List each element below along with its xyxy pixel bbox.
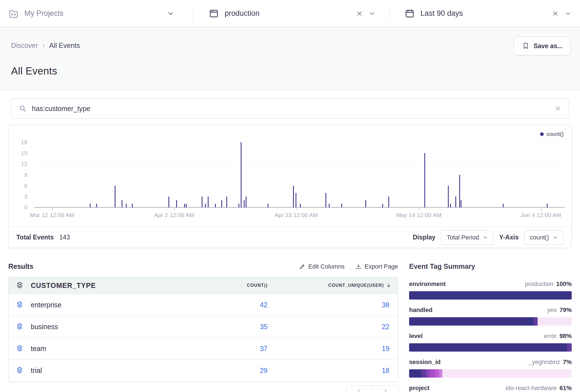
tag-name: environment xyxy=(409,280,446,288)
tag-percent: 98% xyxy=(560,332,572,340)
tag-bar-segment[interactable] xyxy=(442,369,572,378)
chart-gridline xyxy=(34,153,565,153)
column-header-customer-type[interactable]: CUSTOMER_TYPE xyxy=(31,282,176,290)
close-icon[interactable] xyxy=(356,10,363,17)
chevron-down-icon xyxy=(483,235,488,240)
chart-y-tick-label: 6 xyxy=(10,182,27,189)
display-label: Display xyxy=(413,234,435,241)
table-row[interactable]: team3719 xyxy=(9,337,398,359)
tag-distribution-bar[interactable] xyxy=(409,369,572,378)
tag-top-value: error xyxy=(544,332,557,340)
pagination xyxy=(346,385,399,392)
chart-bar xyxy=(329,204,330,207)
cell-count-unique-link[interactable]: 18 xyxy=(268,367,398,375)
top-filter-bar: My Projects production xyxy=(0,0,580,27)
project-selector[interactable]: My Projects xyxy=(0,0,192,27)
tag-bar-segment[interactable] xyxy=(426,369,430,378)
chevron-down-icon[interactable] xyxy=(167,10,174,17)
tag-top-value: _yeghrsbnz xyxy=(528,359,560,366)
chart-y-tick-label: 0 xyxy=(10,204,27,211)
export-page-button[interactable]: Export Page xyxy=(355,263,398,270)
cell-count-unique-link[interactable]: 19 xyxy=(268,345,398,353)
tag-bar-segment[interactable] xyxy=(409,291,572,300)
chart-bar xyxy=(246,197,247,207)
chevron-down-icon[interactable] xyxy=(564,10,572,17)
pencil-icon xyxy=(299,263,306,270)
chart-bar xyxy=(176,200,177,207)
column-header-count[interactable]: COUNT() xyxy=(176,283,268,288)
chart-bar xyxy=(115,186,116,207)
display-dropdown-value: Total Period xyxy=(447,234,479,241)
tag-distribution-bar[interactable] xyxy=(409,291,572,300)
cell-count-link[interactable]: 42 xyxy=(176,301,268,309)
edit-columns-button[interactable]: Edit Columns xyxy=(299,263,345,270)
tag-bar-segment[interactable] xyxy=(409,317,533,326)
tag-bar-segment[interactable] xyxy=(538,317,572,326)
breadcrumb-current: All Events xyxy=(49,42,80,50)
chart-gridline xyxy=(34,175,565,175)
chevron-down-icon xyxy=(553,235,558,240)
tag-bar-segment[interactable] xyxy=(430,369,435,378)
close-icon[interactable] xyxy=(552,10,559,17)
yaxis-label: Y-Axis xyxy=(499,234,519,241)
chart-x-tick-mark xyxy=(52,208,53,210)
legend-label: count() xyxy=(546,131,564,137)
table-row[interactable]: enterprise4238 xyxy=(9,294,398,316)
events-chart-panel: count() 0369121518Mar 12 12:00 AMApr 2 1… xyxy=(8,125,572,248)
chart-legend[interactable]: count() xyxy=(540,131,564,137)
pagination-next-button[interactable] xyxy=(372,385,399,392)
chart-y-tick-label: 3 xyxy=(10,193,27,200)
tag-bar-segment[interactable] xyxy=(409,369,421,378)
cell-count-link[interactable]: 35 xyxy=(176,323,268,331)
event-tag-summary: Event Tag Summary environmentproduction1… xyxy=(409,262,572,392)
tag-summary-row: handledyes79% xyxy=(409,306,572,326)
stack-icon[interactable] xyxy=(9,281,31,290)
stack-icon[interactable] xyxy=(9,366,31,375)
cell-customer-type: business xyxy=(31,323,176,331)
tag-bar-segment[interactable] xyxy=(435,369,439,378)
chart-bar xyxy=(388,197,389,207)
stack-icon[interactable] xyxy=(9,301,31,309)
calendar-icon xyxy=(404,8,415,19)
date-range-selector[interactable]: Last 90 days xyxy=(390,0,580,27)
chart-x-tick-mark xyxy=(296,208,297,210)
display-dropdown[interactable]: Total Period xyxy=(441,230,494,245)
save-as-button[interactable]: Save as... xyxy=(514,37,571,55)
stack-icon[interactable] xyxy=(9,344,31,353)
cell-count-unique-link[interactable]: 22 xyxy=(268,323,398,331)
chart-gridline xyxy=(34,185,565,186)
chart-bar xyxy=(365,200,366,207)
chart-y-tick-label: 12 xyxy=(10,161,27,167)
tag-bar-segment[interactable] xyxy=(409,343,567,352)
pagination-previous-button[interactable] xyxy=(346,385,372,392)
tag-bar-segment[interactable] xyxy=(421,369,426,378)
cell-count-link[interactable]: 37 xyxy=(176,345,268,353)
chart-bar xyxy=(122,200,122,207)
stack-icon[interactable] xyxy=(9,323,31,331)
environment-selector[interactable]: production xyxy=(193,0,390,27)
chart-bar xyxy=(238,204,239,207)
total-events-value: 143 xyxy=(59,234,70,241)
chart-bar xyxy=(241,142,242,207)
cell-count-link[interactable]: 29 xyxy=(176,367,268,375)
tag-distribution-bar[interactable] xyxy=(409,317,572,326)
column-header-count-unique[interactable]: COUNT_UNIQUE(USER) xyxy=(268,282,398,288)
yaxis-dropdown[interactable]: count() xyxy=(524,230,564,245)
tag-bar-segment[interactable] xyxy=(567,343,572,352)
tag-bar-segment[interactable] xyxy=(533,317,538,326)
edit-columns-label: Edit Columns xyxy=(308,263,345,270)
chart-bar xyxy=(96,204,97,207)
search-query-value[interactable]: has:customer_type xyxy=(32,105,549,113)
table-row[interactable]: trial2918 xyxy=(9,359,398,381)
chevron-down-icon[interactable] xyxy=(369,10,376,17)
table-row[interactable]: business3522 xyxy=(9,316,398,337)
chart-bar xyxy=(90,204,91,207)
search-bar[interactable]: has:customer_type xyxy=(11,98,569,119)
tag-distribution-bar[interactable] xyxy=(409,343,572,352)
cell-count-unique-link[interactable]: 38 xyxy=(268,301,398,309)
clear-search-icon[interactable] xyxy=(554,105,561,112)
tag-bar-segment[interactable] xyxy=(439,369,443,378)
chart-bar xyxy=(448,186,449,207)
chart-gridline xyxy=(34,142,565,142)
breadcrumb-discover-link[interactable]: Discover xyxy=(11,42,38,50)
